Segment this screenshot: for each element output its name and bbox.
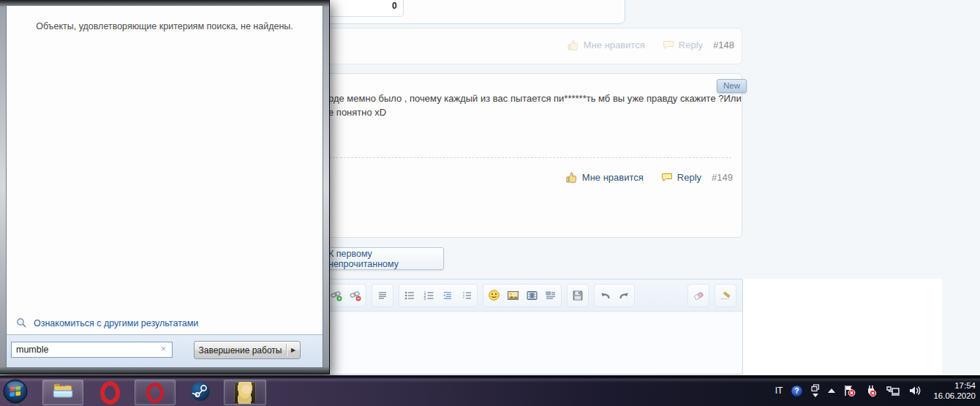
post-148-box: Мне нравится Reply #148: [313, 28, 742, 64]
help-icon[interactable]: ?: [791, 385, 803, 397]
shutdown-arrow-icon[interactable]: ▶: [287, 347, 300, 353]
signature-icon[interactable]: [717, 286, 734, 305]
post-149-number: #149: [712, 172, 733, 183]
opera-icon: [100, 381, 120, 405]
search-input[interactable]: [11, 342, 173, 358]
new-badge: New: [717, 79, 747, 93]
svg-text:3: 3: [424, 296, 426, 301]
chevron-down-icon: [813, 394, 818, 397]
post-149-text-line1: рде мемно было , почему каждый из вас пы…: [328, 93, 742, 104]
restore-window-icon[interactable]: [811, 384, 820, 397]
toolbar-group-save: [567, 284, 589, 307]
post-149-like-link[interactable]: Мне нравится: [582, 172, 644, 183]
post-divider: [325, 157, 731, 158]
thumbs-up-icon: [565, 172, 578, 183]
thumbs-up-icon: [567, 40, 579, 50]
start-orb[interactable]: [3, 379, 28, 404]
post-148-number: #148: [713, 40, 734, 50]
shutdown-button[interactable]: Завершение работы ▶: [194, 341, 301, 359]
shutdown-label: Завершение работы: [195, 345, 286, 356]
svg-text:?: ?: [795, 387, 799, 395]
taskbar-windows-explorer[interactable]: [42, 380, 83, 405]
opera-gx-icon: [146, 383, 164, 403]
undo-icon[interactable]: [596, 286, 614, 305]
reply-editor[interactable]: 123: [313, 279, 743, 375]
toolbar-group-eraser: [687, 284, 709, 307]
search-icon: [16, 317, 27, 328]
post-147-value: 0: [392, 1, 397, 11]
no-results-message: Объекты, удовлетворяющие критериям поиск…: [7, 21, 323, 31]
start-search-panel-body: Объекты, удовлетворяющие критериям поиск…: [6, 5, 323, 368]
toolbar-group-media: [483, 284, 562, 307]
eraser-icon[interactable]: [690, 286, 707, 305]
toolbar-group-history: [594, 284, 635, 307]
indent-icon[interactable]: [458, 286, 475, 305]
remove-link-icon[interactable]: [347, 286, 364, 305]
taskbar-game[interactable]: [224, 380, 266, 405]
save-draft-icon[interactable]: [569, 286, 587, 305]
network-icon[interactable]: [886, 385, 900, 396]
toolbar-group-signature: [715, 284, 736, 307]
post-149-reply-link[interactable]: Reply: [677, 172, 701, 183]
action-center-icon[interactable]: [843, 384, 856, 397]
insert-quote-icon[interactable]: [542, 286, 559, 305]
post-149-text-line2: е понятно xD: [328, 107, 386, 118]
editor-toolbar: 123: [314, 279, 742, 312]
power-icon[interactable]: [864, 384, 878, 397]
system-tray: IT ?: [775, 375, 976, 406]
post-148-like-link[interactable]: Мне нравится: [584, 40, 645, 50]
insert-media-icon[interactable]: [523, 286, 540, 305]
post-149-actions: Мне нравится Reply #149: [565, 172, 733, 183]
volume-icon[interactable]: [908, 385, 922, 396]
toolbar-group-align: [372, 284, 393, 307]
bullet-list-icon[interactable]: [401, 286, 418, 305]
language-indicator[interactable]: IT: [775, 386, 783, 396]
post-149-box: New рде мемно было , почему каждый из ва…: [313, 73, 742, 238]
taskbar: IT ?: [0, 375, 980, 406]
insert-link-icon[interactable]: [328, 286, 345, 305]
outdent-icon[interactable]: [439, 286, 456, 305]
taskbar-opera[interactable]: [89, 380, 130, 405]
post-148-actions: Мне нравится Reply #148: [567, 40, 734, 50]
see-more-results-label: Ознакомиться с другими результатами: [34, 318, 198, 328]
tray-clock[interactable]: 17:54 16.06.2020: [930, 380, 976, 401]
game-icon: [234, 382, 256, 404]
taskbar-steam[interactable]: [180, 380, 221, 405]
toolbar-group-lists: 123: [399, 284, 478, 307]
steam-icon: [190, 381, 211, 405]
start-menu-footer: × Завершение работы ▶: [7, 334, 323, 367]
show-hidden-icons[interactable]: [828, 388, 835, 393]
reply-bubble-icon: [661, 173, 673, 182]
reply-bubble-icon: [663, 40, 674, 50]
see-more-results-link[interactable]: Ознакомиться с другими результатами: [16, 317, 198, 328]
redo-icon[interactable]: [615, 286, 633, 305]
taskbar-opera-gx[interactable]: [135, 380, 176, 405]
first-unread-button[interactable]: К первому непрочитанному: [328, 247, 444, 270]
clear-search-icon[interactable]: ×: [161, 345, 166, 353]
emoticon-icon[interactable]: [485, 286, 502, 305]
toolbar-group-links: [325, 284, 366, 307]
align-justify-icon[interactable]: [374, 286, 391, 305]
folder-icon: [52, 382, 74, 404]
tray-time: 17:54: [933, 380, 976, 391]
start-search-panel: Объекты, удовлетворяющие критериям поиск…: [0, 0, 329, 374]
numbered-list-icon[interactable]: 123: [420, 286, 437, 305]
editor-text-area[interactable]: [743, 279, 942, 375]
tray-date: 16.06.2020: [933, 391, 976, 401]
screen: 0 Мне нравится Reply #148 New рде мемно …: [0, 0, 980, 406]
insert-image-icon[interactable]: [504, 286, 521, 305]
post-148-reply-link[interactable]: Reply: [679, 40, 703, 50]
